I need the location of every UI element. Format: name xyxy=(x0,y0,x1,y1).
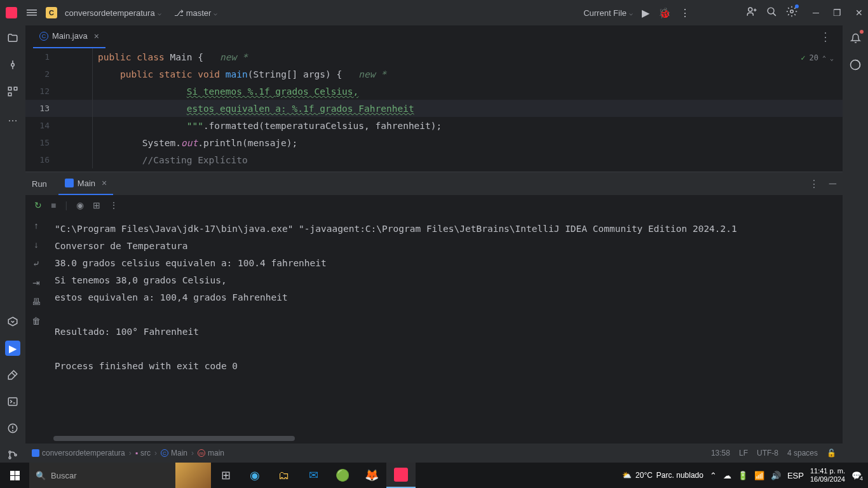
scroll-to-end-button[interactable]: ⇥ xyxy=(32,278,40,288)
window-maximize-button[interactable]: ❐ xyxy=(833,8,841,18)
main-menu-button[interactable] xyxy=(25,6,38,19)
structure-tool-button[interactable] xyxy=(5,84,20,99)
module-icon xyxy=(32,449,39,457)
tray-onedrive-icon[interactable]: ☁ xyxy=(723,471,731,480)
svg-rect-14 xyxy=(8,93,11,96)
file-encoding[interactable]: UTF-8 xyxy=(757,449,778,458)
svg-point-20 xyxy=(13,430,13,431)
taskbar-intellij[interactable] xyxy=(386,463,416,488)
project-selector[interactable]: conversordetemperatura⌵ xyxy=(65,8,161,18)
print-button[interactable]: 🖶 xyxy=(32,297,41,307)
folder-icon: ▪ xyxy=(135,449,138,458)
method-nav-icon: m xyxy=(198,449,205,457)
svg-rect-12 xyxy=(8,87,11,90)
checkmark-icon: ✓ xyxy=(801,53,805,62)
run-panel-hide-button[interactable]: ─ xyxy=(829,178,836,190)
svg-rect-0 xyxy=(27,10,37,11)
window-close-button[interactable]: ✕ xyxy=(855,8,863,18)
services-tool-button[interactable] xyxy=(5,314,20,329)
horizontal-scrollbar[interactable] xyxy=(53,436,295,441)
close-tab-button[interactable]: × xyxy=(94,31,99,41)
tray-wifi-icon[interactable]: 📶 xyxy=(754,471,764,480)
build-tool-button[interactable] xyxy=(5,367,20,383)
layout-button[interactable]: ⊞ xyxy=(93,200,100,210)
tray-expand-button[interactable]: ⌃ xyxy=(710,471,717,480)
rerun-button[interactable]: ↻ xyxy=(34,200,42,210)
branch-icon: ⎇ xyxy=(174,8,184,18)
run-tab-main[interactable]: Main × xyxy=(58,172,113,195)
tray-notifications-button[interactable]: 💬4 xyxy=(851,471,862,480)
run-button[interactable]: ▶ xyxy=(642,7,649,19)
taskbar-edge[interactable]: ◉ xyxy=(240,463,269,488)
svg-point-6 xyxy=(768,8,774,14)
svg-rect-2 xyxy=(27,15,37,16)
svg-marker-15 xyxy=(8,317,17,326)
taskbar-outlook[interactable]: ✉ xyxy=(299,463,328,488)
run-tool-button[interactable]: ▶ xyxy=(5,341,20,356)
task-view-button[interactable]: ⊞ xyxy=(211,463,240,488)
windows-start-button[interactable] xyxy=(0,463,29,488)
tray-battery-icon[interactable]: 🔋 xyxy=(738,471,748,480)
taskbar-explorer[interactable]: 🗂 xyxy=(269,463,299,488)
notifications-button[interactable] xyxy=(848,30,863,46)
editor-tab-main-java[interactable]: C Main.java × xyxy=(33,25,105,48)
tray-language[interactable]: ESP xyxy=(787,471,804,480)
soft-wrap-button[interactable]: ⤶ xyxy=(32,259,40,269)
vcs-branch-selector[interactable]: ⎇ master⌵ xyxy=(174,8,218,18)
code-with-me-button[interactable] xyxy=(746,6,757,20)
weather-widget[interactable]: ⛅ 20°C Parc. nublado xyxy=(622,471,703,480)
svg-point-22 xyxy=(9,457,11,459)
indent-setting[interactable]: 4 spaces xyxy=(787,449,818,458)
search-icon: 🔍 xyxy=(36,471,46,480)
app-logo-icon xyxy=(5,6,18,19)
ai-assistant-button[interactable] xyxy=(848,57,863,72)
project-tool-button[interactable] xyxy=(5,30,20,46)
svg-rect-1 xyxy=(27,12,37,13)
breadcrumb[interactable]: conversordetemperatura› ▪ src› C Main› m… xyxy=(32,449,224,458)
class-icon: C xyxy=(39,32,48,41)
line-separator[interactable]: LF xyxy=(739,449,748,458)
vcs-tool-button[interactable] xyxy=(5,447,20,463)
svg-line-7 xyxy=(773,13,776,15)
tray-clock[interactable]: 11:41 p. m. 16/09/2024 xyxy=(810,467,845,484)
windows-search-input[interactable]: 🔍 Buscar xyxy=(29,463,211,488)
weather-icon: ⛅ xyxy=(622,471,632,480)
close-run-tab-button[interactable]: × xyxy=(102,178,107,188)
project-badge: C xyxy=(46,7,57,18)
run-config-icon xyxy=(65,179,74,187)
inspections-widget[interactable]: ✓ 20 ⌃⌄ xyxy=(801,53,834,62)
caret-position[interactable]: 13:58 xyxy=(711,449,730,458)
screenshot-button[interactable]: ◉ xyxy=(76,200,84,210)
svg-point-3 xyxy=(749,8,752,11)
editor-tabs-more-button[interactable]: ⋮ xyxy=(820,30,843,44)
tray-volume-icon[interactable]: 🔊 xyxy=(771,471,781,480)
run-panel-options-button[interactable]: ⋮ xyxy=(809,178,819,190)
svg-point-8 xyxy=(790,10,794,13)
toolbar-more-button[interactable]: ⋮ xyxy=(109,200,118,210)
readonly-toggle[interactable]: 🔓 xyxy=(827,449,836,458)
problems-tool-button[interactable] xyxy=(5,421,20,436)
taskbar-whatsapp[interactable]: 🟢 xyxy=(328,463,357,488)
search-everywhere-button[interactable] xyxy=(766,6,777,20)
svg-point-21 xyxy=(9,451,11,453)
run-config-selector[interactable]: Current File⌵ xyxy=(583,8,633,18)
terminal-tool-button[interactable] xyxy=(5,394,20,409)
svg-rect-16 xyxy=(8,398,17,405)
svg-point-9 xyxy=(11,64,15,67)
svg-point-23 xyxy=(15,454,17,456)
console-output[interactable]: "C:\Program Files\Java\jdk-17\bin\java.e… xyxy=(47,215,843,444)
scroll-up-button[interactable]: ↑ xyxy=(34,220,39,231)
commit-tool-button[interactable] xyxy=(5,57,20,72)
stop-button[interactable]: ■ xyxy=(51,200,56,210)
more-tools-button[interactable]: … xyxy=(5,111,20,126)
settings-button[interactable] xyxy=(786,6,797,20)
code-editor[interactable]: ✓ 20 ⌃⌄ 1 public class Main { new * 2 pu… xyxy=(25,48,843,172)
scroll-down-button[interactable]: ↓ xyxy=(34,240,39,250)
more-actions-button[interactable]: ⋮ xyxy=(680,7,690,19)
window-minimize-button[interactable]: ─ xyxy=(813,8,819,18)
debug-button[interactable]: 🐞 xyxy=(658,7,671,19)
run-panel-title: Run xyxy=(32,179,47,189)
taskbar-firefox[interactable]: 🦊 xyxy=(357,463,386,488)
search-highlight-image xyxy=(175,463,211,488)
clear-button[interactable]: 🗑 xyxy=(32,316,41,326)
